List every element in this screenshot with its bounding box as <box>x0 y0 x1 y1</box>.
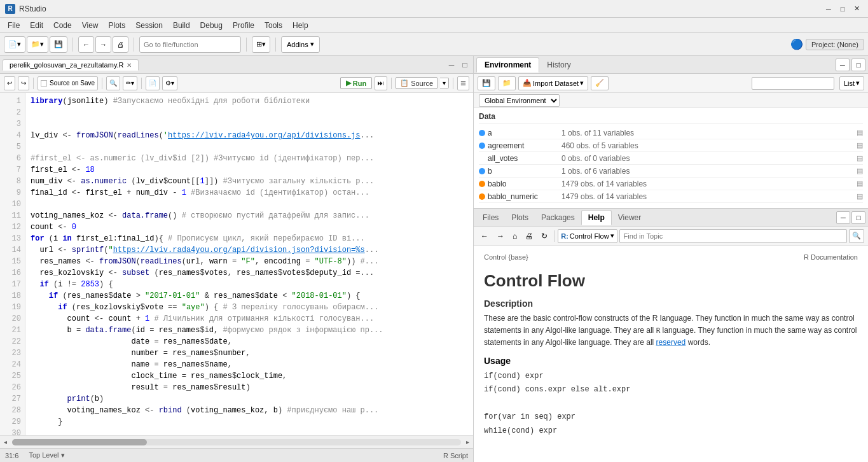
r-icon: R: <box>561 232 568 240</box>
minimize-button[interactable]: ─ <box>822 4 835 14</box>
files-collapse-button[interactable]: ─ <box>836 211 850 224</box>
open-file-button[interactable]: 📁▾ <box>27 36 48 53</box>
env-expand-button[interactable]: □ <box>851 59 865 71</box>
code-line-20: count <- count + 1 # Лічильник для отрим… <box>31 313 468 325</box>
env-collapse-button[interactable]: ─ <box>836 59 850 71</box>
files-panel: Files Plots Packages Help Viewer ─ □ ← →… <box>474 209 868 462</box>
code-line-27: print(b) <box>31 393 468 405</box>
code-content[interactable]: library(jsonlite) #Запускаємо необхідні … <box>25 93 473 435</box>
code-line-10 <box>31 199 468 210</box>
editor-expand-button[interactable]: □ <box>459 59 471 71</box>
env-var-action: ▤ <box>848 154 863 162</box>
close-button[interactable]: ✕ <box>850 4 863 14</box>
etb-sep-4 <box>391 78 392 89</box>
clear-env-button[interactable]: 🧹 <box>591 76 609 90</box>
menu-item-profile[interactable]: Profile <box>228 20 259 31</box>
help-back-button[interactable]: ← <box>478 229 492 243</box>
menu-item-build[interactable]: Build <box>168 20 195 31</box>
load-workspace-button[interactable]: 📁 <box>498 76 516 90</box>
compile-button[interactable]: 📄 <box>146 76 160 90</box>
help-home-button[interactable]: ⌂ <box>509 229 520 243</box>
env-data-row[interactable]: a1 obs. of 11 variables▤ <box>479 127 863 139</box>
menu-item-plots[interactable]: Plots <box>104 20 131 31</box>
code-line-3 <box>31 118 468 130</box>
tab-environment[interactable]: Environment <box>476 57 539 73</box>
menu-item-help[interactable]: Help <box>287 20 313 31</box>
save-workspace-button[interactable]: 💾 <box>478 76 495 90</box>
help-forward-button[interactable]: → <box>493 229 507 243</box>
save-button[interactable]: 💾 <box>50 36 67 53</box>
code-line-5 <box>31 141 468 153</box>
menu-item-code[interactable]: Code <box>48 20 77 31</box>
format-button[interactable]: ✏▾ <box>123 76 137 90</box>
source-button[interactable]: 📋 Source <box>396 77 437 89</box>
goto-file-input[interactable] <box>139 36 241 53</box>
doc-outline-button[interactable]: ☰ <box>457 76 469 90</box>
editor-horizontal-scrollbar[interactable]: ◂ ▸ <box>0 435 473 448</box>
source-dropdown-button[interactable]: ▾ <box>440 78 449 88</box>
env-tab-icons: ─ □ <box>836 59 865 71</box>
code-line-23: number = res_names$number, <box>31 347 468 359</box>
editor-tab-active[interactable]: perelik_golosuvan_za_rezultatamy.R ✕ <box>3 59 139 71</box>
tab-history[interactable]: History <box>539 58 578 72</box>
env-data-row[interactable]: agreement460 obs. of 5 variables▤ <box>479 139 863 152</box>
files-expand-button[interactable]: □ <box>851 211 865 224</box>
env-var-name: all_votes <box>479 154 561 163</box>
env-search-input[interactable] <box>752 77 834 90</box>
import-dataset-button[interactable]: 📥 Import Dataset ▾ <box>518 76 588 90</box>
help-refresh-button[interactable]: ↻ <box>538 229 551 243</box>
code-line-1: library(jsonlite) #Запускаємо необхідні … <box>31 95 468 107</box>
tab-files[interactable]: Files <box>476 211 505 225</box>
options-button[interactable]: ⚙▾ <box>162 76 177 90</box>
print-button[interactable]: 🖨 <box>113 36 128 53</box>
blue-icon <box>479 143 485 149</box>
tab-help[interactable]: Help <box>581 210 612 225</box>
menu-item-edit[interactable]: Edit <box>25 20 48 31</box>
new-file-button[interactable]: 📄▾ <box>4 36 25 53</box>
editor-tab-close[interactable]: ✕ <box>127 62 132 69</box>
env-var-action: ▤ <box>848 129 863 137</box>
help-code-line-4: for(var in seq) expr <box>484 410 858 424</box>
editor-tab-label: perelik_golosuvan_za_rezultatamy.R <box>10 61 124 69</box>
menu-item-session[interactable]: Session <box>130 20 168 31</box>
env-var-action: ▤ <box>848 192 863 200</box>
run-button[interactable]: ▶ Run <box>340 77 372 89</box>
find-in-topic-input[interactable] <box>619 229 847 243</box>
code-line-30 <box>31 428 468 435</box>
menu-item-tools[interactable]: Tools <box>259 20 287 31</box>
menu-item-file[interactable]: File <box>3 20 25 31</box>
undo-button[interactable]: ↩ <box>4 76 15 90</box>
menu-item-debug[interactable]: Debug <box>195 20 228 31</box>
maximize-button[interactable]: □ <box>836 4 849 14</box>
help-search-button[interactable]: 🔍 <box>849 229 864 243</box>
back-button[interactable]: ← <box>78 36 94 53</box>
code-editor[interactable]: 1 2 3 4 5 6 7 8 9 10 11 12 13 14 15 16 1… <box>0 93 473 435</box>
grid-view-button[interactable]: ⊞▾ <box>252 36 270 53</box>
addins-button[interactable]: Addins ▾ <box>281 36 320 53</box>
env-data-row[interactable]: all_votes0 obs. of 0 variables▤ <box>479 152 863 165</box>
control-flow-dropdown[interactable]: R: Control Flow ▾ <box>558 229 617 243</box>
tab-plots[interactable]: Plots <box>505 211 535 225</box>
redo-button[interactable]: ↪ <box>18 76 29 90</box>
scroll-track[interactable] <box>12 439 461 445</box>
env-var-name: bablo <box>479 179 561 188</box>
help-print-button[interactable]: 🖨 <box>522 229 536 243</box>
env-var-info: 0 obs. of 0 variables <box>561 154 848 163</box>
script-type: R Script <box>443 452 468 459</box>
toolbar-separator-1 <box>72 38 73 52</box>
forward-button[interactable]: → <box>95 36 111 53</box>
environment-select[interactable]: Global Environment <box>479 94 560 107</box>
list-view-button[interactable]: List ▾ <box>839 76 864 90</box>
etb-sep-3 <box>141 78 142 89</box>
menu-item-view[interactable]: View <box>77 20 104 31</box>
run-next-button[interactable]: ⏭ <box>375 76 387 90</box>
tab-viewer[interactable]: Viewer <box>612 211 647 225</box>
editor-collapse-button[interactable]: ─ <box>446 59 457 71</box>
search-button[interactable]: 🔍 <box>106 76 120 90</box>
env-data-row[interactable]: bablo_numeric1479 obs. of 14 variables▤ <box>479 190 863 203</box>
tab-packages[interactable]: Packages <box>535 211 581 225</box>
env-data-row[interactable]: b1 obs. of 6 variables▤ <box>479 165 863 178</box>
reserved-link[interactable]: reserved <box>656 338 686 347</box>
env-data-row[interactable]: bablo1479 obs. of 14 variables▤ <box>479 178 863 190</box>
source-on-save-checkbox[interactable]: Source on Save <box>38 76 98 90</box>
